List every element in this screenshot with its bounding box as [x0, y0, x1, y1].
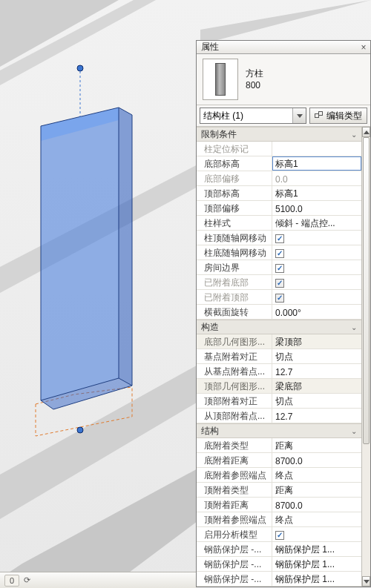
collapse-icon[interactable]: ⌄	[351, 323, 357, 331]
view-status-bar: 0 ⟳	[0, 572, 197, 588]
property-row[interactable]: 底附着距离8700.0	[197, 453, 361, 468]
property-row[interactable]: 柱样式倾斜 - 端点控...	[197, 216, 361, 231]
property-value[interactable]: 梁底部	[272, 379, 361, 393]
type-size: 800	[246, 79, 263, 91]
property-row[interactable]: 顶附着类型距离	[197, 483, 361, 498]
property-row[interactable]: 启用分析模型	[197, 527, 361, 542]
edit-type-icon	[315, 111, 324, 120]
checkbox[interactable]	[275, 234, 284, 243]
property-row[interactable]: 钢筋保护层 -...钢筋保护层 1...	[197, 572, 361, 587]
property-value[interactable]: 倾斜 - 端点控...	[272, 216, 361, 230]
property-value[interactable]: 钢筋保护层 1...	[272, 557, 361, 571]
property-value[interactable]: 切点	[272, 394, 361, 408]
property-name: 顶部标高	[197, 186, 272, 200]
scrollbar[interactable]	[361, 127, 370, 587]
property-name: 柱底随轴网移动	[197, 245, 272, 260]
property-row[interactable]: 底附着类型距离	[197, 438, 361, 453]
property-value[interactable]: 标高1	[272, 186, 361, 200]
property-row[interactable]: 横截面旋转0.000°	[197, 305, 361, 320]
property-row[interactable]: 房间边界	[197, 260, 361, 275]
property-row[interactable]: 柱定位标记	[197, 142, 361, 156]
property-row[interactable]: 顶部附着对正切点	[197, 394, 361, 409]
property-row[interactable]: 柱顶随轴网移动	[197, 231, 361, 245]
checkbox[interactable]	[275, 531, 284, 540]
property-name: 顶附着参照端点	[197, 512, 272, 526]
property-value[interactable]: 标高1	[272, 156, 361, 171]
property-name: 从顶部附着点...	[197, 409, 272, 423]
property-value[interactable]: 钢筋保护层 1...	[272, 572, 361, 586]
scroll-down-icon[interactable]	[362, 576, 370, 587]
property-value[interactable]: 终点	[272, 468, 361, 482]
property-value[interactable]	[272, 260, 361, 274]
property-value[interactable]: 12.7	[272, 364, 361, 378]
property-value	[272, 142, 361, 156]
property-row[interactable]: 顶部标高标高1	[197, 186, 361, 201]
property-row[interactable]: 钢筋保护层 -...钢筋保护层 1...	[197, 542, 361, 557]
collapse-icon[interactable]: ⌄	[351, 131, 357, 139]
property-value[interactable]	[272, 527, 361, 541]
property-row[interactable]: 柱底随轴网移动	[197, 245, 361, 260]
palette-titlebar[interactable]: 属性 ×	[197, 41, 370, 54]
checkbox	[275, 279, 284, 288]
property-row[interactable]: 钢筋保护层 -...钢筋保护层 1...	[197, 557, 361, 572]
properties-palette: 属性 × 方柱 800 结构柱 (1) 编辑类型 限制条件⌄柱定位标记底部标高标…	[196, 40, 371, 587]
property-row[interactable]: 已附着底部	[197, 275, 361, 290]
group-header-constraints[interactable]: 限制条件⌄	[197, 127, 361, 142]
property-value[interactable]: 12.7	[272, 409, 361, 423]
property-name: 底部几何图形...	[197, 334, 272, 348]
svg-point-11	[77, 65, 83, 71]
chevron-down-icon[interactable]	[292, 108, 306, 123]
property-row[interactable]: 底附着参照端点终点	[197, 468, 361, 483]
property-value[interactable]: 钢筋保护层 1...	[272, 542, 361, 556]
svg-rect-15	[319, 112, 323, 116]
property-row[interactable]: 顶附着参照端点终点	[197, 512, 361, 527]
property-value[interactable]	[272, 245, 361, 260]
property-name: 顶部偏移	[197, 201, 272, 215]
svg-marker-0	[0, 0, 119, 67]
property-value[interactable]: 8700.0	[272, 453, 361, 467]
checkbox[interactable]	[275, 264, 284, 273]
checkbox[interactable]	[275, 249, 284, 258]
svg-marker-7	[41, 108, 119, 400]
refresh-icon[interactable]: ⟳	[24, 575, 30, 585]
property-row[interactable]: 从基点附着点...12.7	[197, 364, 361, 379]
property-row[interactable]: 从顶部附着点...12.7	[197, 409, 361, 423]
property-value[interactable]: 梁顶部	[272, 334, 361, 348]
property-value[interactable]: 8700.0	[272, 498, 361, 512]
property-row[interactable]: 已附着顶部	[197, 290, 361, 305]
scroll-up-icon[interactable]	[362, 127, 370, 137]
property-row[interactable]: 基点附着对正切点	[197, 349, 361, 364]
property-value[interactable]: 距离	[272, 483, 361, 497]
svg-point-12	[77, 427, 83, 433]
property-row[interactable]: 底部偏移0.0	[197, 171, 361, 186]
property-row[interactable]: 顶部几何图形...梁底部	[197, 379, 361, 394]
property-name: 底部偏移	[197, 171, 272, 185]
instance-filter-label: 结构柱 (1)	[203, 110, 243, 122]
collapse-icon[interactable]: ⌄	[351, 427, 357, 435]
property-value[interactable]	[272, 231, 361, 245]
group-header-structural[interactable]: 结构⌄	[197, 423, 361, 438]
property-value[interactable]: 切点	[272, 349, 361, 363]
close-icon[interactable]: ×	[357, 42, 370, 53]
property-value[interactable]: 5100.0	[272, 201, 361, 215]
property-name: 钢筋保护层 -...	[197, 542, 272, 556]
property-value[interactable]: 距离	[272, 438, 361, 452]
type-selector-card[interactable]: 方柱 800	[197, 54, 370, 105]
edit-type-button[interactable]: 编辑类型	[309, 108, 367, 124]
property-name: 横截面旋转	[197, 305, 272, 319]
property-row[interactable]: 底部几何图形...梁顶部	[197, 334, 361, 349]
property-name: 钢筋保护层 -...	[197, 572, 272, 586]
group-header-construction[interactable]: 构造⌄	[197, 320, 361, 334]
property-row[interactable]: 底部标高标高1	[197, 156, 361, 171]
property-value[interactable]: 终点	[272, 512, 361, 526]
property-row[interactable]: 顶附着距离8700.0	[197, 498, 361, 512]
scroll-thumb[interactable]	[363, 137, 370, 444]
checkbox	[275, 294, 284, 303]
property-name: 已附着顶部	[197, 290, 272, 304]
property-value[interactable]: 0.000°	[272, 305, 361, 319]
status-seg[interactable]: 0	[4, 575, 19, 587]
property-name: 房间边界	[197, 260, 272, 274]
instance-filter-combo[interactable]: 结构柱 (1)	[200, 108, 306, 124]
type-thumbnail	[203, 59, 238, 100]
property-row[interactable]: 顶部偏移5100.0	[197, 201, 361, 216]
